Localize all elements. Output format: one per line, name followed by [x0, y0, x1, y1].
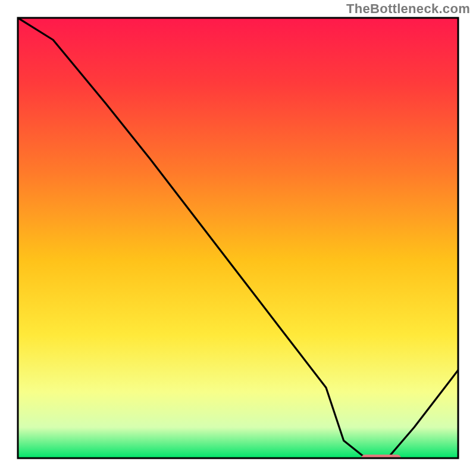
- watermark-text: TheBottleneck.com: [346, 1, 470, 17]
- chart-stage: TheBottleneck.com: [0, 0, 476, 476]
- bottleneck-chart: [0, 0, 476, 476]
- plot-background: [18, 18, 458, 458]
